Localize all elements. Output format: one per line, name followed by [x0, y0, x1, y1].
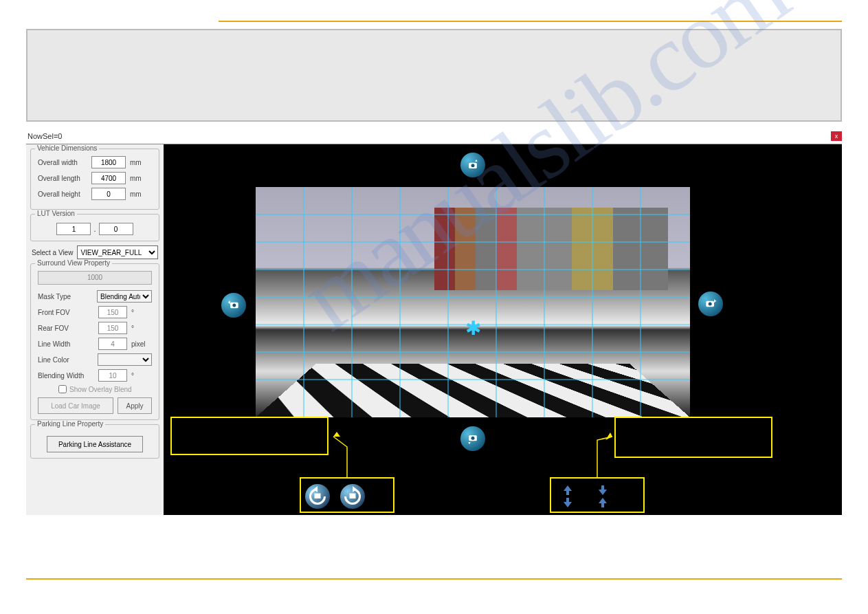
camera-left-icon[interactable] [221, 293, 246, 318]
mask-type-select[interactable]: Blending Auto [97, 290, 152, 303]
apply-button[interactable]: Apply [118, 397, 152, 414]
lut-major-input[interactable] [56, 223, 91, 235]
status-text: NowSel=0 [26, 132, 62, 140]
svg-point-21 [232, 304, 236, 307]
front-fov-input[interactable] [98, 306, 127, 318]
overall-height-input[interactable] [91, 188, 126, 200]
lut-minor-input[interactable] [99, 223, 133, 235]
svg-rect-24 [315, 494, 321, 499]
surround-view-group: Surround View Property 1000 Mask Type Bl… [30, 263, 159, 420]
zoom-in-icon[interactable] [593, 485, 612, 509]
camera-viewport: ✱ [164, 144, 842, 515]
zoom-out-icon[interactable] [558, 485, 577, 509]
overall-width-input[interactable] [91, 156, 126, 168]
svg-marker-27 [605, 432, 612, 440]
vehicle-dimensions-group: Vehicle Dimensions Overall width mm Over… [30, 149, 159, 210]
select-view-dropdown[interactable]: VIEW_REAR_FULL [77, 245, 158, 259]
svg-point-23 [709, 303, 712, 306]
rotation-controls-box [300, 477, 394, 513]
show-overlay-blend-checkbox[interactable] [58, 385, 67, 393]
parking-line-group: Parking Line Property Parking Line Assis… [30, 424, 159, 459]
info-box [26, 29, 842, 122]
svg-point-19 [471, 437, 475, 440]
blending-width-input[interactable] [98, 369, 127, 382]
rear-fov-input[interactable] [98, 322, 127, 334]
camera-feed [256, 187, 690, 417]
camera-up-icon[interactable] [460, 153, 485, 177]
svg-rect-25 [350, 494, 356, 499]
close-button[interactable]: x [831, 131, 842, 141]
overall-length-input[interactable] [91, 172, 126, 184]
svg-marker-26 [333, 432, 340, 437]
rotate-cw-icon[interactable] [340, 484, 365, 509]
callout-box-right [614, 417, 772, 458]
camera-down-icon[interactable] [460, 426, 485, 451]
line-width-input[interactable] [98, 338, 127, 350]
lut-version-group: LUT Version . [30, 214, 159, 241]
line-color-select[interactable] [98, 353, 152, 366]
rotate-ccw-icon[interactable] [305, 484, 330, 509]
svp-slider-value[interactable]: 1000 [38, 271, 152, 285]
camera-right-icon[interactable] [698, 292, 723, 316]
load-car-image-button[interactable]: Load Car Image [38, 397, 113, 414]
svg-point-17 [471, 164, 475, 167]
parking-line-assistance-button[interactable]: Parking Line Assistance [47, 436, 143, 452]
callout-box-left [170, 417, 329, 455]
zoom-controls-box [550, 477, 645, 513]
settings-panel: Vehicle Dimensions Overall width mm Over… [26, 144, 164, 515]
